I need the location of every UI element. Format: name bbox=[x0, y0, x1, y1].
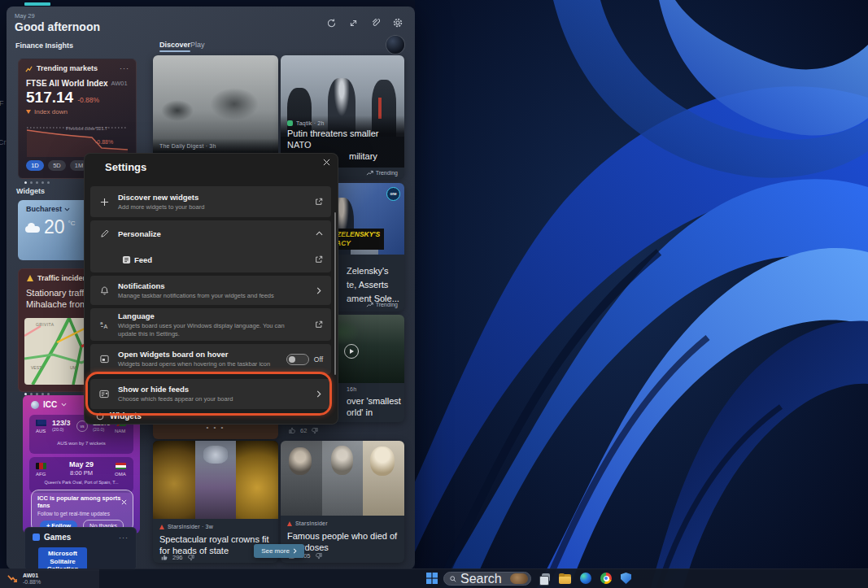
avatar[interactable] bbox=[386, 36, 404, 54]
icc-match-upcoming[interactable]: AFG May 29 8:00 PM OMA Queen's Park Oval… bbox=[29, 457, 133, 493]
close-icon[interactable] bbox=[121, 499, 127, 505]
finance-insights-header: Finance Insights bbox=[15, 41, 73, 50]
thumb-up-icon[interactable] bbox=[161, 554, 168, 561]
stock-down-icon bbox=[7, 573, 18, 584]
tab-discover[interactable]: Discover bbox=[159, 41, 190, 52]
chart-note: Previous close 521.7 bbox=[66, 126, 107, 131]
news-source: The Daily Digest · 3h bbox=[159, 143, 272, 149]
engagement-row: 296 bbox=[161, 554, 194, 561]
search-daily-image bbox=[510, 573, 528, 584]
tab-discover-label: Discover bbox=[159, 41, 190, 49]
edge-icon[interactable] bbox=[580, 573, 591, 584]
widget-title: Games bbox=[44, 533, 115, 542]
toggle-off[interactable] bbox=[286, 354, 309, 365]
feed-icon bbox=[118, 255, 134, 264]
thumb-down-icon[interactable] bbox=[311, 427, 318, 434]
scrollbar[interactable] bbox=[334, 212, 336, 375]
row-title: Discover new widgets bbox=[118, 193, 302, 202]
play-icon[interactable] bbox=[344, 344, 359, 359]
chrome-icon[interactable] bbox=[600, 573, 612, 584]
index-status: Index down bbox=[34, 108, 68, 115]
start-button[interactable] bbox=[426, 573, 438, 585]
settings-row-discover-widgets[interactable]: Discover new widgets Add more widgets to… bbox=[90, 186, 331, 217]
tab-play[interactable]: Play bbox=[190, 41, 205, 49]
card-more-dots: • • • bbox=[153, 424, 278, 431]
chevron-up-icon bbox=[307, 231, 331, 236]
news-headline: Spectacular royal crowns fit for heads o… bbox=[159, 534, 269, 556]
news-headline: Zelensky's te, Asserts ament Sole... bbox=[347, 264, 399, 306]
team-code: OMA bbox=[115, 472, 126, 477]
task-view-icon[interactable] bbox=[539, 573, 552, 585]
pagination-dots[interactable] bbox=[24, 172, 53, 187]
external-link-icon bbox=[307, 255, 331, 264]
chevron-down-icon[interactable] bbox=[64, 207, 70, 211]
wallpaper-bloom bbox=[415, 0, 868, 588]
edge-text-fragment: F bbox=[0, 99, 4, 107]
range-5d-button[interactable]: 5D bbox=[48, 160, 66, 171]
widgets-section-header: Widgets bbox=[16, 187, 45, 195]
chevron-down-icon[interactable] bbox=[61, 403, 67, 407]
defender-shield-icon[interactable] bbox=[621, 573, 631, 584]
close-icon[interactable] bbox=[321, 157, 332, 168]
overs: (20.0) bbox=[93, 427, 104, 432]
expand-icon[interactable] bbox=[349, 19, 358, 28]
plus-icon bbox=[90, 198, 118, 207]
more-menu[interactable]: ··· bbox=[119, 534, 129, 542]
settings-row-notifications[interactable]: Notifications Manage taskbar notificatio… bbox=[90, 276, 331, 305]
settings-row-language[interactable]: aA Language Widgets board uses your Wind… bbox=[90, 308, 331, 341]
settings-subrow-feed[interactable]: Feed bbox=[90, 246, 331, 272]
taskbar-widgets-chip[interactable]: AW01 -0.88% bbox=[0, 569, 99, 588]
map-label: VESTI bbox=[31, 365, 42, 370]
board-date: May 29 bbox=[15, 12, 35, 20]
like-count: 62 bbox=[300, 427, 307, 434]
news-headline: over 'smallest orld' in bbox=[347, 395, 401, 418]
file-explorer-icon[interactable] bbox=[559, 573, 571, 585]
index-down-icon bbox=[26, 110, 31, 114]
news-image bbox=[281, 441, 404, 516]
pin-icon[interactable] bbox=[371, 19, 380, 28]
games-widget[interactable]: Games ··· Microsoft Solitaire Collection bbox=[24, 527, 137, 571]
taskbar: AW01 -0.88% Search bbox=[0, 568, 868, 588]
thumb-down-icon[interactable] bbox=[315, 552, 322, 560]
team-code: AUS bbox=[36, 429, 46, 433]
thumb-down-icon[interactable] bbox=[187, 554, 194, 561]
weather-temp: 20 bbox=[44, 216, 65, 238]
settings-row-personalize[interactable]: Personalize Feed bbox=[90, 220, 331, 272]
row-subtitle: Widgets board uses your Windows display … bbox=[118, 322, 297, 338]
engagement-row: 62 bbox=[289, 427, 318, 434]
one-news-logo: one bbox=[386, 187, 400, 201]
news-image bbox=[153, 441, 278, 519]
starsinsider-icon bbox=[287, 521, 292, 526]
news-time: 16h bbox=[347, 386, 356, 392]
bell-icon bbox=[90, 286, 118, 295]
row-subtitle: Manage taskbar notifications from your w… bbox=[118, 292, 302, 300]
language-icon: aA bbox=[90, 320, 118, 329]
match-venue: Queen's Park Oval, Port of Spain, T... bbox=[29, 480, 133, 485]
like-count: 296 bbox=[172, 554, 183, 561]
row-title: Feed bbox=[134, 255, 302, 264]
news-source: Taqtik · 2h bbox=[296, 120, 325, 126]
range-1d-button[interactable]: 1D bbox=[26, 160, 44, 171]
settings-row-open-on-hover[interactable]: Open Widgets board on hover Widgets boar… bbox=[90, 344, 331, 374]
toggle-label: Off bbox=[314, 355, 323, 364]
row-title: Personalize bbox=[118, 229, 302, 238]
solitaire-tile[interactable]: Microsoft Solitaire Collection bbox=[38, 547, 87, 571]
refresh-icon[interactable] bbox=[327, 19, 336, 28]
pencil-icon bbox=[90, 229, 118, 238]
starsinsider-icon bbox=[159, 525, 164, 529]
teal-bar bbox=[24, 2, 50, 6]
search-box[interactable]: Search bbox=[443, 572, 531, 586]
more-menu[interactable]: ··· bbox=[120, 64, 129, 72]
chart-change-label: -0.88% bbox=[95, 139, 113, 145]
chip-ticker: AW01 bbox=[23, 573, 41, 579]
popup-title: ICC is popular among sports fans bbox=[37, 494, 121, 509]
see-more-button[interactable]: See more bbox=[254, 544, 304, 558]
row-title: Language bbox=[118, 311, 302, 320]
settings-gear-icon[interactable] bbox=[393, 18, 403, 28]
row-title: Notifications bbox=[118, 281, 302, 290]
thumb-up-icon[interactable] bbox=[289, 427, 296, 434]
score: 123/3 bbox=[52, 419, 71, 427]
icc-logo-icon bbox=[31, 401, 39, 409]
trending-badge: Trending bbox=[366, 170, 398, 176]
chevron-right-icon bbox=[293, 548, 297, 554]
